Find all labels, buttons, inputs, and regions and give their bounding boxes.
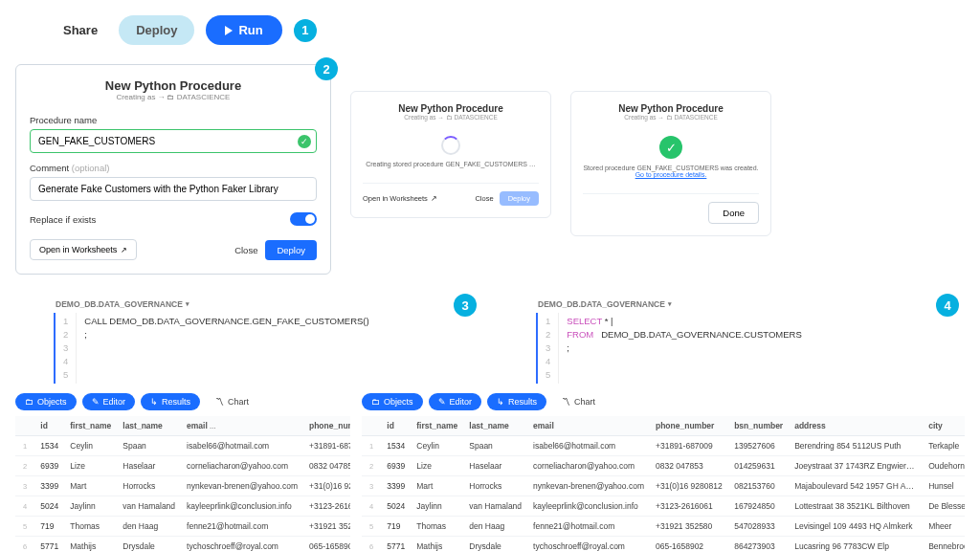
cell-address: Majaboulevard 542 1957 GH Aspe — [789, 476, 923, 496]
tab-editor[interactable]: ✎Editor — [82, 393, 136, 410]
tab-chart[interactable]: 〽Chart — [206, 393, 258, 410]
col-bsn[interactable]: bsn_number — [728, 416, 789, 436]
context-breadcrumb[interactable]: DEMO_DB.DATA_GOVERNANCE ▾ — [538, 299, 672, 309]
table-row[interactable]: 6 5771 Mathijs Drysdale tychoschroeff@ro… — [362, 537, 965, 552]
cell-last-name: Spaan — [117, 436, 181, 456]
cell-id: 6939 — [381, 456, 411, 476]
col-phone[interactable]: phone_number — [303, 416, 350, 436]
cell-first-name: Ceylin — [64, 436, 117, 456]
open-in-worksheets-button[interactable]: Open in Worksheets↗ — [363, 194, 437, 203]
sql-editor[interactable]: 12345 SELECT * |FROM DEMO_DB.DATA_GOVERN… — [536, 313, 965, 384]
context-breadcrumb[interactable]: DEMO_DB.DATA_GOVERNANCE ▾ — [56, 299, 189, 309]
modal-title: New Python Procedure — [30, 78, 317, 93]
cell-city: Terkaple — [923, 436, 965, 456]
creating-message: Creating stored procedure GEN_FAKE_CUSTO… — [363, 161, 539, 167]
open-in-worksheets-button[interactable]: Open in Worksheets↗ — [30, 239, 137, 260]
done-button[interactable]: Done — [708, 202, 759, 224]
deploy-button[interactable]: Deploy — [119, 15, 194, 45]
chart-icon: 〽 — [562, 397, 570, 407]
table-row[interactable]: 2 6939 Lize Haselaar corneliacharon@yaho… — [362, 456, 965, 476]
table-row[interactable]: 3 3399 Mart Horrocks nynkevan-brenen@yah… — [362, 476, 965, 496]
cell-id: 3399 — [34, 476, 64, 496]
cell-address: Lucasring 96 7783CW Elp — [789, 537, 923, 552]
col-email[interactable]: email… — [181, 416, 303, 436]
line-gutter: 12345 — [538, 313, 559, 384]
table-row[interactable]: 5 719 Thomas den Haag fenne21@hotmail.co… — [362, 517, 965, 537]
row-number: 4 — [15, 496, 34, 517]
close-button[interactable]: Close — [234, 245, 257, 255]
external-link-icon: ↗ — [121, 246, 127, 254]
table-row[interactable]: 4 5024 Jaylinn van Hamaland kayleeprlink… — [362, 496, 965, 517]
table-row[interactable]: 6 5771 Mathijs Drysdale tychoschroeff@ro… — [15, 537, 350, 552]
cell-first-name: Ceylin — [411, 436, 463, 456]
table-row[interactable]: 1 1534 Ceylin Spaan isabel66@hotmail.com… — [15, 436, 350, 456]
cell-email: fenne21@hotmail.com — [181, 517, 303, 537]
deploy-button-disabled: Deploy — [500, 191, 539, 206]
tab-results[interactable]: ↳Results — [487, 393, 546, 410]
cell-phone: +31891-687009 — [650, 436, 728, 456]
col-email[interactable]: email — [527, 416, 650, 436]
tab-results[interactable]: ↳Results — [141, 393, 200, 410]
cell-email: corneliacharon@yahoo.com — [527, 456, 650, 476]
cell-last-name: Horrocks — [463, 476, 527, 496]
close-button[interactable]: Close — [475, 194, 493, 203]
col-last-name[interactable]: last_name — [117, 416, 181, 436]
play-icon — [225, 26, 233, 35]
modal-subtitle: Creating as → 🗀 DATASCIENCE — [583, 114, 759, 121]
cell-bsn: 167924850 — [728, 496, 789, 517]
cell-last-name: den Haag — [463, 517, 527, 537]
spinner-icon — [441, 136, 460, 155]
col-address[interactable]: address — [789, 416, 923, 436]
comment-input[interactable] — [30, 177, 317, 201]
col-id[interactable]: id — [381, 416, 411, 436]
proc-name-input[interactable] — [30, 129, 317, 153]
cell-last-name: Drysdale — [463, 537, 527, 552]
callout-badge-4: 4 — [936, 294, 959, 317]
replace-label: Replace if exists — [30, 214, 96, 225]
results-right: 🗀Objects ✎Editor ↳Results 〽Chart id firs… — [362, 393, 965, 551]
col-id[interactable]: id — [34, 416, 64, 436]
chevron-down-icon: ▾ — [186, 300, 189, 308]
cell-phone: 0832 047853 — [650, 456, 728, 476]
col-phone[interactable]: phone_number — [650, 416, 728, 436]
run-button[interactable]: Run — [206, 15, 281, 45]
cell-last-name: Horrocks — [117, 476, 181, 496]
results-table: id first_name last_name email… phone_num… — [15, 416, 350, 551]
col-city[interactable]: city — [923, 416, 965, 436]
table-row[interactable]: 1 1534 Ceylin Spaan isabel66@hotmail.com… — [362, 436, 965, 456]
sql-editor[interactable]: 12345 CALL DEMO_DB.DATA_GOVERNANCE.GEN_F… — [54, 313, 482, 384]
table-row[interactable]: 5 719 Thomas den Haag fenne21@hotmail.co… — [15, 517, 350, 537]
go-to-details-link[interactable]: Go to procedure details. — [635, 171, 707, 178]
col-first-name[interactable]: first_name — [411, 416, 463, 436]
cell-id: 1534 — [381, 436, 411, 456]
row-number: 4 — [362, 496, 381, 517]
cell-id: 719 — [34, 517, 64, 537]
tab-editor[interactable]: ✎Editor — [429, 393, 482, 410]
tab-objects[interactable]: 🗀Objects — [15, 393, 77, 410]
cell-phone: 0832 047853 — [303, 456, 350, 476]
results-tabs: 🗀Objects ✎Editor ↳Results 〽Chart — [15, 393, 350, 410]
cell-last-name: Spaan — [463, 436, 527, 456]
table-row[interactable]: 4 5024 Jaylinn van Hamaland kayleeprlink… — [15, 496, 350, 517]
replace-toggle[interactable] — [290, 212, 317, 226]
table-row[interactable]: 3 3399 Mart Horrocks nynkevan-brenen@yah… — [15, 476, 350, 496]
cell-last-name: den Haag — [117, 517, 181, 537]
database-icon: 🗀 — [371, 397, 380, 407]
col-first-name[interactable]: first_name — [64, 416, 117, 436]
cell-id: 1534 — [34, 436, 64, 456]
modal-subtitle: Creating as→🗀 DATASCIENCE — [30, 93, 317, 101]
cell-address: Berendring 854 5112US Puth — [789, 436, 923, 456]
tab-chart[interactable]: 〽Chart — [552, 393, 605, 410]
sql-text: CALL DEMO_DB.DATA_GOVERNANCE.GEN_FAKE_CU… — [77, 313, 376, 384]
table-row[interactable]: 2 6939 Lize Haselaar corneliacharon@yaho… — [15, 456, 350, 476]
table-header-row: id first_name last_name email… phone_num… — [15, 416, 350, 436]
callout-badge-2: 2 — [315, 57, 338, 80]
deploy-modal-button[interactable]: Deploy — [265, 240, 317, 260]
tab-objects[interactable]: 🗀Objects — [362, 393, 423, 410]
share-button[interactable]: Share — [54, 17, 107, 43]
cell-bsn: 082153760 — [728, 476, 789, 496]
col-last-name[interactable]: last_name — [463, 416, 527, 436]
cell-email: isabel66@hotmail.com — [527, 436, 650, 456]
sql-text: SELECT * |FROM DEMO_DB.DATA_GOVERNANCE.C… — [559, 313, 809, 384]
row-number: 3 — [15, 476, 34, 496]
